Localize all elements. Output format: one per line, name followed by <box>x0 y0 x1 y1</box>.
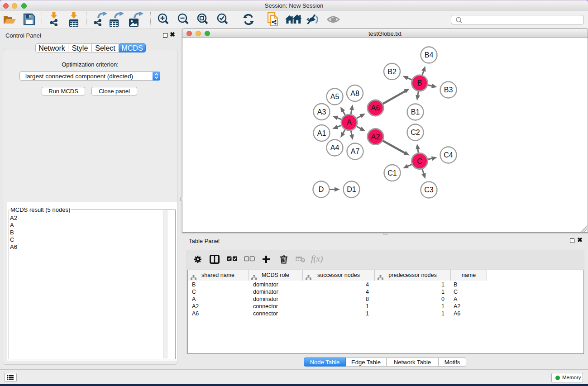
svg-text:A2: A2 <box>371 133 380 141</box>
svg-text:C2: C2 <box>411 129 420 136</box>
svg-text:B3: B3 <box>444 86 453 94</box>
svg-text:A6: A6 <box>371 104 380 112</box>
svg-text:B4: B4 <box>425 51 434 59</box>
svg-text:A7: A7 <box>351 148 360 155</box>
svg-text:C: C <box>417 157 422 165</box>
svg-text:A1: A1 <box>317 129 326 137</box>
svg-text:A3: A3 <box>317 108 326 116</box>
svg-text:C1: C1 <box>387 169 397 177</box>
svg-text:A5: A5 <box>330 93 339 100</box>
svg-text:A8: A8 <box>350 90 359 97</box>
svg-text:B2: B2 <box>387 68 397 76</box>
svg-text:D: D <box>319 186 324 193</box>
svg-text:A4: A4 <box>330 144 339 152</box>
svg-text:A: A <box>347 119 352 126</box>
svg-text:C4: C4 <box>444 151 453 159</box>
svg-text:D1: D1 <box>347 186 356 193</box>
svg-text:B: B <box>417 79 422 87</box>
svg-text:C3: C3 <box>424 186 434 194</box>
svg-text:B1: B1 <box>411 108 420 116</box>
